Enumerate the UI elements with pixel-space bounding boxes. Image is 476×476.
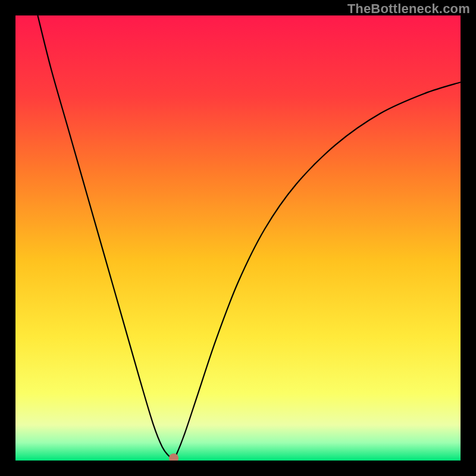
curve-path bbox=[37, 15, 461, 459]
chart-frame: TheBottleneck.com bbox=[0, 0, 476, 476]
plot-area bbox=[15, 15, 461, 461]
optimum-marker bbox=[169, 453, 178, 461]
chart-curve bbox=[15, 15, 461, 461]
watermark-text: TheBottleneck.com bbox=[347, 1, 470, 17]
